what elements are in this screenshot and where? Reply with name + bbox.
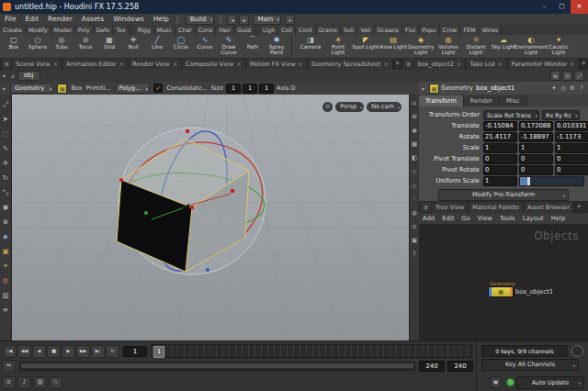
parameter-z-field[interactable]: 1 (555, 143, 588, 153)
desktop-selector[interactable]: Build (186, 15, 215, 25)
node-body[interactable]: ▦ (488, 286, 514, 297)
network-menu-item[interactable]: Help (548, 213, 570, 224)
close-button[interactable]: ✕ (571, 0, 588, 14)
parameter-y-field[interactable]: 0.172088 (519, 121, 553, 131)
consolidate-checkbox[interactable]: ✓ (153, 84, 163, 93)
uniform-scale-slider[interactable] (519, 176, 584, 186)
pane-tab[interactable]: Parameter Monitor (508, 59, 580, 70)
menu-item[interactable]: Windows (108, 14, 148, 25)
size-z-field[interactable]: 1 (259, 84, 274, 94)
modify-pretransform-button[interactable]: Modify Pre-Transform (438, 189, 569, 201)
network-menu-item[interactable]: Go (458, 213, 473, 224)
playhead[interactable]: 1 (153, 346, 164, 358)
tab-transform[interactable]: Transform (419, 95, 464, 106)
wireframe-icon[interactable]: ◇ (410, 165, 419, 179)
lasso-select-icon[interactable]: ◌ (1, 127, 11, 141)
parameter-y-field[interactable]: 0 (519, 165, 553, 175)
chevron-down-icon[interactable]: ▾ (0, 85, 8, 92)
curve-tool[interactable]: ∿ Curve (193, 35, 217, 58)
add-pane-tab-button[interactable]: + (393, 59, 401, 69)
grid-tool[interactable]: ▦ Grid (97, 35, 121, 58)
path-context-chip[interactable]: obj (17, 71, 40, 81)
snap-icon[interactable]: ◈ (1, 229, 11, 244)
view-lock-icon[interactable]: ⊙ (322, 102, 333, 112)
go-end-button[interactable]: ▶| (91, 345, 105, 358)
pane-menu-icon[interactable]: ≣ (403, 59, 413, 69)
area-light-tool[interactable]: ▤ Area Light (379, 35, 407, 58)
pane-tab[interactable]: Take List (466, 59, 507, 70)
keys-info-button[interactable]: 0 keys, 9/9 channels (481, 345, 568, 357)
shelf-tab[interactable]: Ligh (260, 26, 278, 35)
network-editor[interactable]: Objects Geometry ▦ box_object1 (419, 224, 588, 341)
search-icon[interactable]: ◎ (559, 83, 568, 94)
shelf-tab[interactable]: Wires (479, 26, 501, 35)
menu-item[interactable]: Assets (77, 14, 108, 25)
pane-tab[interactable]: Motion FX View (246, 59, 308, 70)
parameter-y-field[interactable]: -1.18897 (519, 132, 553, 142)
pane-maximize-icon[interactable]: ⤢ (574, 71, 584, 81)
state-selector[interactable]: Geometry (10, 83, 53, 94)
menu-item[interactable]: Render (43, 14, 77, 25)
help-icon[interactable]: ? (410, 248, 419, 262)
transform-order-select[interactable]: Scale Rot Trans (483, 110, 539, 120)
pose-icon[interactable]: ◉ (1, 200, 11, 215)
shelf-tab[interactable]: Create (0, 26, 26, 35)
view-camera-icon[interactable]: ▣ (1, 244, 11, 259)
tube-tool[interactable]: ◎ Tube (50, 35, 74, 58)
circle-tool[interactable]: ◯ Circle (169, 35, 193, 58)
frame-range-bar[interactable] (21, 363, 413, 368)
handles-icon[interactable]: ⊕ (1, 215, 11, 229)
parameter-x-field[interactable]: 1 (483, 143, 517, 153)
close-tab-icon[interactable] (53, 59, 58, 70)
null-tool[interactable]: ✛ Null (121, 35, 145, 58)
link-pane-icon[interactable]: ⇆ (550, 71, 560, 81)
gallery-icon[interactable]: ✦ (549, 83, 559, 94)
home-view-icon[interactable]: ⌂ (410, 96, 419, 110)
pane-tab[interactable]: Material Palette (469, 202, 524, 213)
pane-tab[interactable]: Tree View (432, 202, 469, 213)
sky-light-tool[interactable]: ☁ Sky Light (490, 35, 517, 58)
network-menu-item[interactable]: Edit (438, 213, 458, 224)
geometry-node[interactable]: Geometry ▦ box_object1 (488, 281, 514, 297)
shelf-tab[interactable]: Cons (196, 26, 217, 35)
parameter-x-field[interactable]: 0 (483, 165, 517, 175)
shelf-tab[interactable]: Coll (278, 26, 296, 35)
parameter-x-field[interactable]: 0 (483, 154, 517, 164)
chevron-down-icon[interactable]: ▾ (419, 85, 427, 92)
shelf-tab[interactable]: Cont (296, 26, 316, 35)
auto-update-select[interactable]: Auto Update (516, 376, 584, 389)
minimize-button[interactable]: – (536, 0, 553, 14)
performance-icon[interactable]: ▥ (33, 376, 47, 389)
close-tab-icon[interactable] (570, 59, 574, 70)
shelf-tab[interactable]: Grains (316, 26, 341, 35)
shelf-tab[interactable]: Rigg (135, 26, 154, 35)
shelf-tab[interactable]: Soli (341, 26, 357, 35)
frame-view-icon[interactable]: ⊞ (410, 110, 419, 124)
next-key-button[interactable]: ▶▶ (76, 345, 90, 358)
parameter-y-field[interactable]: 1 (519, 143, 553, 153)
volume-icon[interactable]: ◍ (410, 207, 419, 220)
projection-badge[interactable]: Persp (335, 102, 364, 112)
menu-item[interactable]: File (0, 14, 21, 25)
maximize-button[interactable]: □ (553, 0, 571, 14)
point-light-tool[interactable]: ☀ Point Light (324, 35, 352, 58)
pane-tab[interactable]: Composite View (182, 59, 246, 70)
parameter-x-field[interactable]: 21.4117 (483, 132, 517, 142)
gear-icon[interactable]: ⚙ (568, 83, 577, 94)
set-key-button[interactable] (571, 345, 583, 357)
translate-icon[interactable]: ✛ (1, 156, 11, 171)
playbar-menu-icon[interactable]: ≡ (2, 376, 16, 389)
camera-tool[interactable]: ◨ Camera (297, 35, 324, 58)
pane-tab[interactable]: box_object2 (414, 59, 467, 70)
rotate-icon[interactable]: ↻ (1, 171, 11, 185)
node-name-label[interactable]: box_object1 (476, 84, 514, 92)
pane-menu-icon[interactable]: ≣ (421, 202, 431, 212)
home-icon[interactable]: ⌂ (8, 73, 17, 79)
line-tool[interactable]: ╱ Line (145, 35, 169, 58)
forward-icon[interactable]: ▸ (239, 15, 249, 25)
close-tab-icon[interactable] (299, 59, 303, 70)
uniform-scale-field[interactable]: 1 (483, 176, 517, 186)
box-tool[interactable]: ▢ Box (2, 35, 26, 58)
help-icon[interactable]: ? (577, 83, 586, 94)
tab-render[interactable]: Render (464, 95, 500, 106)
